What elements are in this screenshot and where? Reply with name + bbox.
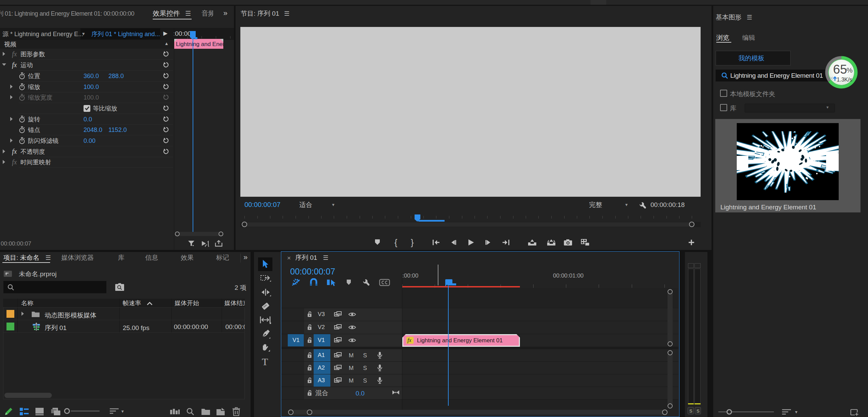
svg-text:1.3K/s: 1.3K/s <box>837 77 852 83</box>
svg-text:65: 65 <box>833 62 847 76</box>
svg-text:%: % <box>847 66 853 74</box>
